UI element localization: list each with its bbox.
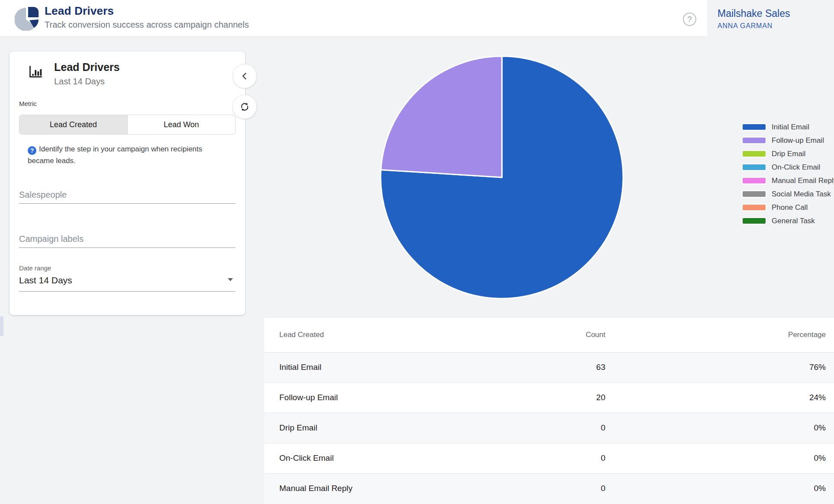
legend-label: Phone Call bbox=[772, 203, 808, 212]
row-count: 20 bbox=[453, 382, 605, 413]
legend-label: Drip Email bbox=[772, 150, 805, 158]
header-titles: Lead Drivers Track conversion success ac… bbox=[45, 4, 249, 30]
help-icon[interactable]: ? bbox=[683, 13, 696, 26]
refresh-icon bbox=[239, 102, 250, 112]
row-percentage: 0% bbox=[605, 473, 834, 504]
account-user: ANNA GARMAN bbox=[718, 22, 834, 30]
table-row: Follow-up Email2024% bbox=[264, 382, 834, 413]
legend-label: Initial Email bbox=[772, 123, 809, 132]
legend-label: General Task bbox=[772, 217, 815, 225]
legend-swatch bbox=[742, 137, 766, 144]
legend-swatch bbox=[742, 150, 766, 157]
campaign-labels-input[interactable] bbox=[19, 231, 236, 248]
col-header-lead-created: Lead Created bbox=[264, 318, 453, 352]
legend-swatch bbox=[742, 190, 766, 198]
page-subtitle: Track conversion success across campaign… bbox=[45, 20, 249, 30]
account-name: Mailshake Sales bbox=[718, 8, 834, 19]
table-row: Drip Email00% bbox=[264, 413, 834, 443]
legend-label: Manual Email Reply bbox=[772, 177, 834, 185]
dropdown-caret-icon bbox=[228, 278, 233, 281]
left-scrollbar-thumb[interactable] bbox=[0, 316, 3, 336]
table-row: On-Click Email00% bbox=[264, 443, 834, 473]
legend-swatch bbox=[742, 204, 766, 211]
row-percentage: 0% bbox=[605, 413, 834, 443]
row-label: Drip Email bbox=[264, 413, 453, 443]
legend-item: General Task bbox=[742, 217, 834, 225]
pie-chart-logo-icon bbox=[15, 6, 40, 31]
pie-slice-follow-up-email[interactable] bbox=[381, 56, 502, 177]
lead-table-panel: Lead Created Count Percentage Initial Em… bbox=[264, 318, 834, 504]
legend-item: Phone Call bbox=[742, 204, 834, 211]
salespeople-input[interactable] bbox=[19, 186, 236, 204]
legend-item: On-Click Email bbox=[742, 164, 834, 171]
row-count: 0 bbox=[453, 443, 605, 473]
legend-item: Social Media Task bbox=[742, 190, 834, 198]
metric-help-row: ?Identify the step in your campaign when… bbox=[28, 143, 227, 167]
legend-swatch bbox=[742, 164, 766, 171]
row-label: Follow-up Email bbox=[264, 382, 453, 413]
legend-item: Drip Email bbox=[742, 150, 834, 157]
row-label: Initial Email bbox=[264, 352, 453, 382]
col-header-percentage: Percentage bbox=[605, 318, 834, 352]
row-count: 63 bbox=[453, 352, 605, 382]
chevron-left-icon bbox=[240, 71, 249, 81]
row-count: 0 bbox=[453, 473, 605, 504]
legend-item: Follow-up Email bbox=[742, 137, 834, 144]
metric-label: Metric bbox=[19, 100, 37, 107]
table-header-row: Lead Created Count Percentage bbox=[264, 318, 834, 352]
legend-swatch bbox=[742, 217, 766, 225]
date-range-label: Date range bbox=[19, 264, 236, 272]
row-percentage: 0% bbox=[605, 443, 834, 473]
legend-label: Follow-up Email bbox=[772, 136, 824, 145]
date-range-value: Last 14 Days bbox=[19, 275, 236, 286]
row-label: Manual Email Reply bbox=[264, 473, 453, 504]
metric-toggle: Lead Created Lead Won bbox=[19, 115, 236, 135]
chart-legend: Initial EmailFollow-up EmailDrip EmailOn… bbox=[742, 123, 834, 231]
pie-chart[interactable] bbox=[379, 55, 624, 300]
row-count: 0 bbox=[453, 413, 605, 443]
date-range-select[interactable]: Date range Last 14 Days bbox=[19, 264, 236, 292]
legend-label: Social Media Task bbox=[772, 190, 831, 199]
legend-item: Manual Email Reply bbox=[742, 177, 834, 184]
row-percentage: 24% bbox=[605, 382, 834, 413]
col-header-count: Count bbox=[453, 318, 605, 352]
refresh-button[interactable] bbox=[233, 95, 257, 119]
legend-label: On-Click Email bbox=[772, 163, 820, 172]
filter-panel: Lead Drivers Last 14 Days Metric Lead Cr… bbox=[10, 51, 245, 315]
app-header: Lead Drivers Track conversion success ac… bbox=[0, 0, 834, 37]
info-question-icon: ? bbox=[28, 146, 36, 155]
collapse-panel-button[interactable] bbox=[233, 64, 257, 88]
legend-swatch bbox=[742, 177, 766, 184]
metric-help-text: Identify the step in your campaign when … bbox=[28, 145, 202, 165]
legend-swatch bbox=[742, 123, 766, 131]
table-row: Initial Email6376% bbox=[264, 352, 834, 382]
toggle-lead-created[interactable]: Lead Created bbox=[19, 115, 127, 134]
row-percentage: 76% bbox=[605, 352, 834, 382]
lead-table-body: Initial Email6376%Follow-up Email2024%Dr… bbox=[264, 352, 834, 504]
panel-title: Lead Drivers bbox=[54, 61, 120, 74]
bar-chart-icon bbox=[26, 63, 44, 81]
lead-table: Lead Created Count Percentage Initial Em… bbox=[264, 318, 834, 504]
account-menu[interactable]: Mailshake Sales ANNA GARMAN bbox=[707, 0, 834, 37]
row-label: On-Click Email bbox=[264, 443, 453, 473]
legend-item: Initial Email bbox=[742, 123, 834, 131]
panel-subtitle: Last 14 Days bbox=[54, 77, 105, 87]
toggle-lead-won[interactable]: Lead Won bbox=[127, 115, 236, 134]
page-title: Lead Drivers bbox=[45, 4, 249, 18]
table-row: Manual Email Reply00% bbox=[264, 473, 834, 504]
